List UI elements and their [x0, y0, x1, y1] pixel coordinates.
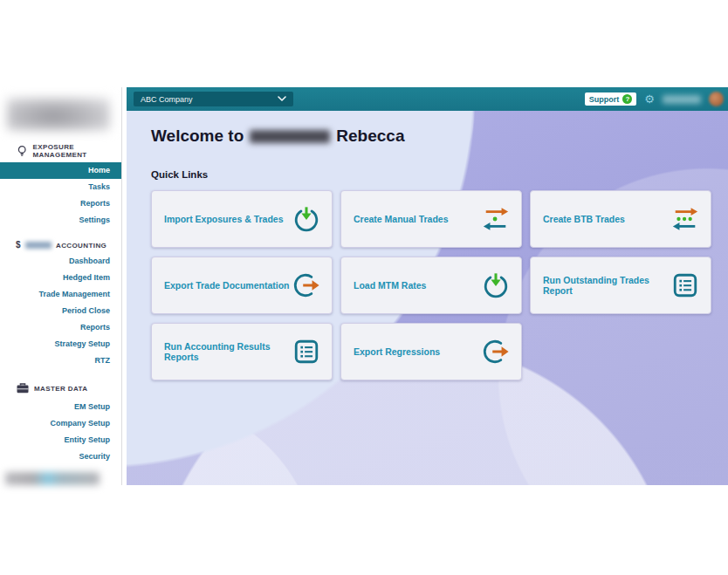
sidebar-section-master-data: MASTER DATA — [0, 381, 121, 395]
card-import-exposures-trades[interactable]: Import Exposures & Trades — [151, 190, 333, 248]
card-label: Create Manual Trades — [354, 214, 449, 224]
card-export-trade-documentation[interactable]: Export Trade Documentation — [151, 257, 333, 314]
card-create-manual-trades[interactable]: Create Manual Trades — [340, 190, 522, 248]
topbar-right-group: Support ? ⚙ — [585, 92, 724, 106]
import-download-icon — [292, 205, 320, 233]
sidebar-item-reports[interactable]: Reports — [0, 195, 121, 212]
sidebar: EXPOSURE MANAGEMENT Home Tasks Reports S… — [0, 87, 122, 485]
card-run-accounting-results-reports[interactable]: Run Accounting Results Reports — [151, 323, 333, 380]
topbar: ABC Company Support ? ⚙ — [127, 87, 728, 111]
welcome-name-redacted — [250, 130, 330, 143]
card-run-outstanding-trades-report[interactable]: Run Outstanding Trades Report — [530, 257, 711, 314]
redacted-section-prefix — [25, 242, 52, 249]
sidebar-item-hedged-item[interactable]: Hedged Item — [0, 270, 121, 286]
card-label: Create BTB Trades — [543, 214, 625, 224]
sidebar-item-entity-setup[interactable]: Entity Setup — [0, 432, 121, 448]
card-label: Export Trade Documentation — [164, 280, 290, 291]
sidebar-item-dashboard[interactable]: Dashboard — [0, 253, 121, 270]
sidebar-nav-exposure-management: Home Tasks Reports Settings — [0, 162, 121, 229]
page-title: Welcome to Rebecca — [151, 127, 728, 146]
export-icon — [482, 338, 510, 366]
welcome-prefix: Welcome to — [151, 127, 244, 146]
export-icon — [292, 271, 320, 299]
user-name-redacted[interactable] — [663, 95, 701, 104]
sidebar-section-accounting: $ ACCOUNTING — [0, 241, 121, 250]
trade-swap-icon — [482, 205, 510, 233]
sidebar-item-security[interactable]: Security — [0, 448, 121, 465]
sidebar-item-tasks[interactable]: Tasks — [0, 179, 121, 195]
card-label: Import Exposures & Trades — [164, 214, 284, 224]
gear-icon[interactable]: ⚙ — [644, 93, 655, 105]
lightbulb-icon — [16, 144, 28, 158]
card-label: Export Regressions — [354, 346, 440, 357]
sidebar-item-rtz[interactable]: RTZ — [0, 353, 121, 369]
sidebar-section-label: MASTER DATA — [34, 385, 87, 393]
support-headset-icon: ? — [622, 94, 632, 104]
card-create-btb-trades[interactable]: Create BTB Trades — [530, 190, 711, 248]
main-content: Welcome to Rebecca Quick Links Import Ex… — [127, 111, 728, 485]
card-label: Load MTM Rates — [354, 280, 426, 291]
report-list-icon — [671, 271, 699, 299]
company-selector-value: ABC Company — [141, 95, 193, 104]
card-load-mtm-rates[interactable]: Load MTM Rates — [340, 257, 522, 314]
sidebar-item-em-setup[interactable]: EM Setup — [0, 399, 121, 415]
avatar[interactable] — [709, 92, 724, 106]
app-window: EXPOSURE MANAGEMENT Home Tasks Reports S… — [0, 0, 728, 575]
sidebar-section-exposure-management: EXPOSURE MANAGEMENT — [0, 143, 121, 159]
sidebar-item-trade-management[interactable]: Trade Management — [0, 286, 121, 303]
company-logo — [7, 98, 121, 131]
report-list-icon — [292, 338, 320, 366]
sidebar-section-label: ACCOUNTING — [56, 242, 106, 250]
sidebar-item-period-close[interactable]: Period Close — [0, 303, 121, 319]
support-button[interactable]: Support ? — [585, 92, 637, 106]
sidebar-item-accounting-reports[interactable]: Reports — [0, 319, 121, 336]
card-export-regressions[interactable]: Export Regressions — [340, 323, 522, 380]
company-selector-dropdown[interactable]: ABC Company — [134, 92, 293, 106]
welcome-suffix: Rebecca — [336, 127, 404, 146]
support-button-label: Support — [589, 95, 620, 104]
sidebar-item-settings[interactable]: Settings — [0, 212, 121, 229]
sidebar-item-strategy-setup[interactable]: Strategy Setup — [0, 336, 121, 353]
sidebar-item-home[interactable]: Home — [0, 162, 121, 179]
card-label: Run Accounting Results Reports — [164, 341, 292, 362]
import-download-icon — [482, 271, 510, 299]
company-logo-image-redacted — [7, 98, 110, 131]
quick-links-heading: Quick Links — [151, 169, 728, 180]
quick-links-grid: Import Exposures & Trades Create Manual … — [151, 190, 728, 380]
vendor-logo-redacted — [5, 472, 100, 485]
card-label: Run Outstanding Trades Report — [543, 275, 671, 296]
sidebar-item-company-setup[interactable]: Company Setup — [0, 415, 121, 432]
briefcase-icon — [16, 381, 30, 395]
sidebar-section-label: EXPOSURE MANAGEMENT — [32, 143, 121, 159]
chevron-down-icon — [278, 96, 286, 102]
dollar-icon: $ — [16, 241, 21, 250]
sidebar-nav-master-data: EM Setup Company Setup Entity Setup Secu… — [0, 399, 121, 465]
sidebar-nav-accounting: Dashboard Hedged Item Trade Management P… — [0, 253, 121, 369]
btb-swap-dots-icon — [671, 205, 699, 233]
